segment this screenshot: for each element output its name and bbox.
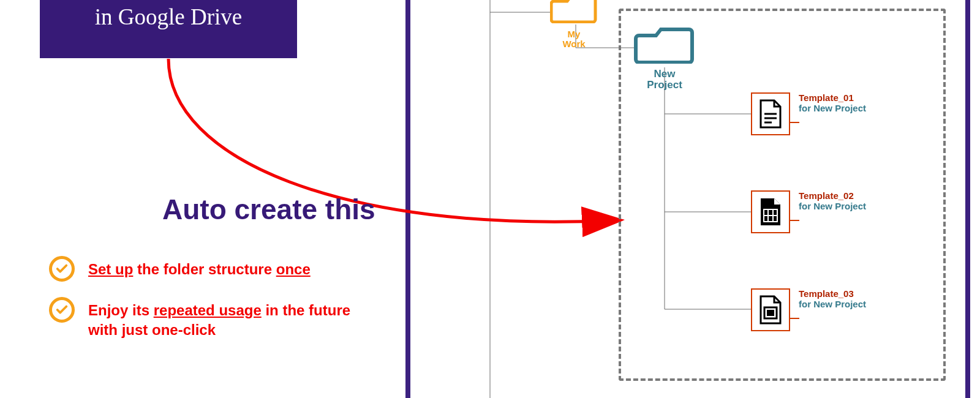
file-2-name: Template_02 [799, 190, 866, 201]
bullet-1-text: Set up the folder structure once [88, 256, 311, 279]
folder-icon [550, 0, 598, 23]
folder-icon [634, 26, 695, 64]
folder-my-work-label-1: My [568, 29, 581, 39]
folder-new-project: New Project [634, 26, 695, 91]
folder-my-work: My Work [550, 0, 598, 49]
slides-file-icon [751, 288, 790, 331]
bullet-2-text: Enjoy its repeated usage in the future w… [88, 297, 382, 340]
title-card: in Google Drive [40, 0, 297, 58]
frame-border-right [965, 0, 970, 398]
headline: Auto create this [162, 193, 375, 226]
file-1-sub: for New Project [799, 103, 866, 113]
file-3-name: Template_03 [799, 288, 866, 299]
file-3-sub: for New Project [799, 299, 866, 309]
doc-file-icon [751, 92, 790, 135]
check-icon [49, 256, 75, 282]
file-template-02: Template_02 for New Project [751, 190, 866, 233]
file-template-03: Template_03 for New Project [751, 288, 866, 331]
file-template-01: Template_01 for New Project [751, 92, 866, 135]
folder-new-project-label-1: New [654, 68, 676, 80]
title-card-text: in Google Drive [95, 4, 242, 30]
file-2-sub: for New Project [799, 201, 866, 211]
folder-my-work-label-2: Work [562, 39, 585, 49]
check-icon [49, 297, 75, 323]
bullet-2: Enjoy its repeated usage in the future w… [49, 297, 382, 340]
svg-rect-20 [767, 310, 774, 316]
sheet-file-icon [751, 190, 790, 233]
folder-new-project-label-2: Project [647, 79, 682, 91]
bullet-1: Set up the folder structure once [49, 256, 311, 282]
file-1-name: Template_01 [799, 92, 866, 103]
frame-border-left [405, 0, 410, 398]
